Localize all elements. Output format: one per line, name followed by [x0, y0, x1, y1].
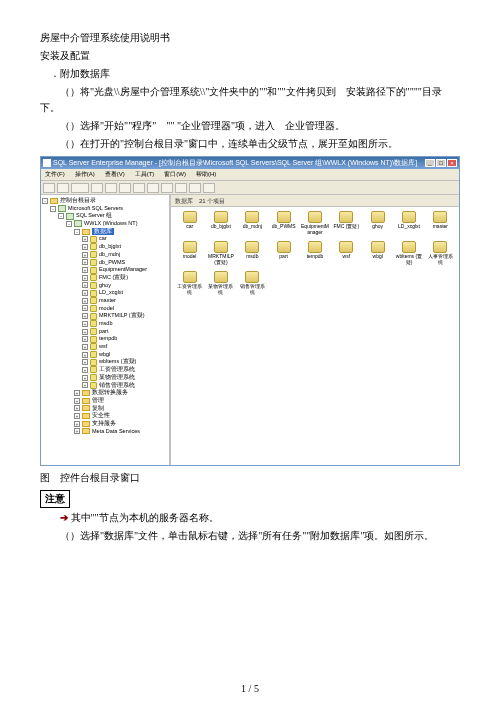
twist-icon[interactable]: + — [82, 290, 88, 296]
tree-node[interactable]: +数据转换服务 — [42, 389, 168, 397]
tree-node[interactable]: +db_mdnj — [42, 251, 168, 259]
tree-node[interactable]: -WWLX (Windows NT) — [42, 220, 168, 228]
twist-icon[interactable]: + — [82, 375, 88, 381]
twist-icon[interactable]: + — [82, 313, 88, 319]
tree-node[interactable]: +wbgl — [42, 351, 168, 359]
minimize-button[interactable]: _ — [425, 159, 435, 167]
db-item[interactable]: FMC (置疑) — [332, 211, 361, 239]
toolbar-button[interactable] — [147, 183, 159, 193]
tree-node[interactable]: +某物管理系统 — [42, 374, 168, 382]
toolbar-button[interactable] — [161, 183, 173, 193]
tree-node[interactable]: +支持服务 — [42, 420, 168, 428]
twist-icon[interactable]: + — [82, 352, 88, 358]
tree-node[interactable]: +EquipmentManager — [42, 266, 168, 274]
db-item[interactable]: 工资管理系统 — [175, 271, 204, 299]
tree-node[interactable]: +master — [42, 297, 168, 305]
content-grid[interactable]: cardb_bjglxtdb_mdnjdb_PWMSEquipmentManag… — [171, 207, 459, 465]
menu-file[interactable]: 文件(F) — [45, 170, 65, 179]
db-item[interactable]: 某物管理系统 — [206, 271, 235, 299]
tree-node[interactable]: +car — [42, 235, 168, 243]
twist-icon[interactable]: + — [74, 428, 80, 434]
tree-panel[interactable]: -控制台根目录-Microsoft SQL Servers-SQL Server… — [41, 195, 171, 465]
tree-node[interactable]: +db_bjglxt — [42, 243, 168, 251]
maximize-button[interactable]: □ — [436, 159, 446, 167]
tree-node[interactable]: +wsf — [42, 343, 168, 351]
toolbar-button[interactable] — [57, 183, 69, 193]
twist-icon[interactable]: + — [82, 359, 88, 365]
db-item[interactable]: db_bjglxt — [206, 211, 235, 239]
menu-action[interactable]: 操作(A) — [75, 170, 95, 179]
tree-node[interactable]: +part — [42, 328, 168, 336]
db-item[interactable]: tempdb — [300, 241, 329, 269]
twist-icon[interactable]: + — [82, 329, 88, 335]
window-titlebar[interactable]: SQL Server Enterprise Manager - [控制台根目录\… — [41, 157, 459, 169]
twist-icon[interactable]: + — [82, 267, 88, 273]
toolbar-button[interactable] — [91, 183, 103, 193]
db-item[interactable]: car — [175, 211, 204, 239]
twist-icon[interactable]: + — [82, 367, 88, 373]
twist-icon[interactable]: + — [82, 321, 88, 327]
toolbar-button[interactable] — [119, 183, 131, 193]
db-item[interactable]: db_PWMS — [269, 211, 298, 239]
toolbar-button[interactable] — [133, 183, 145, 193]
tree-node[interactable]: -数据库 — [42, 228, 168, 236]
tree-node[interactable]: +wbltems (置疑) — [42, 358, 168, 366]
close-button[interactable]: × — [447, 159, 457, 167]
toolbar-button[interactable] — [175, 183, 187, 193]
tree-node[interactable]: +model — [42, 305, 168, 313]
tree-node[interactable]: +管理 — [42, 397, 168, 405]
twist-icon[interactable]: + — [82, 305, 88, 311]
db-item[interactable]: master — [426, 211, 455, 239]
twist-icon[interactable]: - — [66, 221, 72, 227]
twist-icon[interactable]: - — [74, 229, 80, 235]
twist-icon[interactable]: - — [42, 198, 48, 204]
twist-icon[interactable]: + — [74, 413, 80, 419]
db-item[interactable]: wsf — [332, 241, 361, 269]
db-item[interactable]: wbgl — [363, 241, 392, 269]
twist-icon[interactable]: + — [74, 390, 80, 396]
twist-icon[interactable]: + — [74, 405, 80, 411]
twist-icon[interactable]: + — [82, 336, 88, 342]
db-item[interactable]: model — [175, 241, 204, 269]
tree-node[interactable]: -SQL Server 组 — [42, 212, 168, 220]
tree-node[interactable]: +FMC (置疑) — [42, 274, 168, 282]
db-item[interactable]: LD_xcglxt — [394, 211, 423, 239]
db-item[interactable]: MRKTMILP (置疑) — [206, 241, 235, 269]
toolbar-button[interactable] — [105, 183, 117, 193]
menu-tools[interactable]: 工具(T) — [135, 170, 155, 179]
db-item[interactable]: wbltems (置疑) — [394, 241, 423, 269]
tree-node[interactable]: +LD_xcglxt — [42, 289, 168, 297]
menu-help[interactable]: 帮助(H) — [196, 170, 216, 179]
toolbar-button[interactable] — [189, 183, 201, 193]
toolbar-button[interactable] — [71, 183, 89, 193]
db-item[interactable]: EquipmentManager — [300, 211, 329, 239]
tree-node[interactable]: +ghoy — [42, 282, 168, 290]
tree-node[interactable]: +Meta Data Services — [42, 428, 168, 436]
toolbar-button[interactable] — [43, 183, 55, 193]
twist-icon[interactable]: + — [74, 398, 80, 404]
db-item[interactable]: db_mdnj — [238, 211, 267, 239]
toolbar-button[interactable] — [203, 183, 215, 193]
twist-icon[interactable]: + — [82, 244, 88, 250]
twist-icon[interactable]: + — [82, 298, 88, 304]
twist-icon[interactable]: + — [82, 382, 88, 388]
db-item[interactable]: part — [269, 241, 298, 269]
db-item[interactable]: 销售管理系统 — [238, 271, 267, 299]
tree-node[interactable]: +tempdb — [42, 335, 168, 343]
tree-node[interactable]: -控制台根目录 — [42, 197, 168, 205]
twist-icon[interactable]: + — [82, 259, 88, 265]
twist-icon[interactable]: - — [58, 213, 64, 219]
menu-window[interactable]: 窗口(W) — [164, 170, 186, 179]
tree-node[interactable]: +MRKTMILP (置疑) — [42, 312, 168, 320]
tree-node[interactable]: -Microsoft SQL Servers — [42, 205, 168, 213]
tree-node[interactable]: +msdb — [42, 320, 168, 328]
tree-node[interactable]: +销售管理系统 — [42, 382, 168, 390]
twist-icon[interactable]: + — [82, 252, 88, 258]
twist-icon[interactable]: + — [82, 282, 88, 288]
menu-view[interactable]: 查看(V) — [105, 170, 125, 179]
db-item[interactable]: ghoy — [363, 211, 392, 239]
twist-icon[interactable]: + — [74, 421, 80, 427]
db-item[interactable]: msdb — [238, 241, 267, 269]
db-item[interactable]: 人事管理系统 — [426, 241, 455, 269]
tree-node[interactable]: +db_PWMS — [42, 259, 168, 267]
